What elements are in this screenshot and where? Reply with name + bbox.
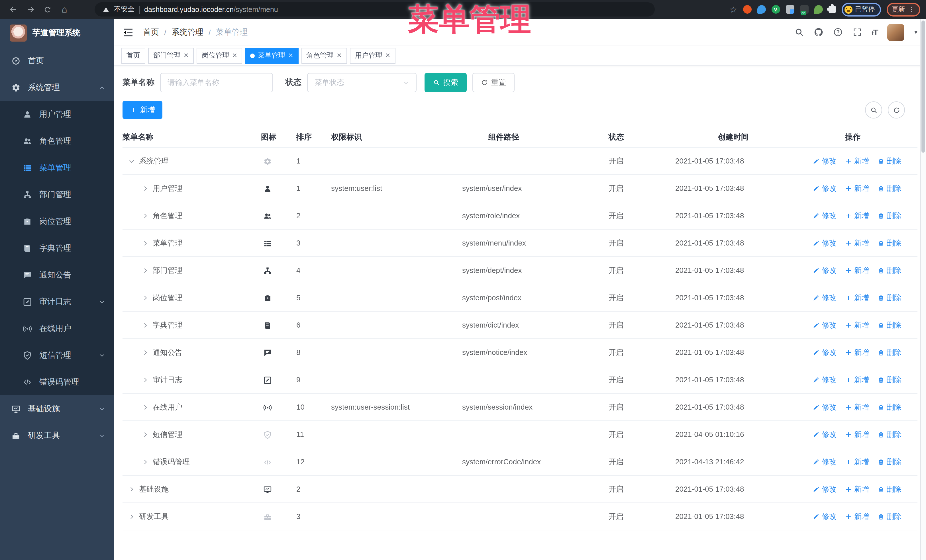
extension-icon[interactable]: V [771,5,780,14]
op-plus-link[interactable]: 新增 [845,156,869,166]
op-pen-link[interactable]: 修改 [813,457,837,467]
sidebar-item-badge[interactable]: 岗位管理 [0,208,114,235]
op-trash-link[interactable]: 删除 [878,183,902,193]
tree-caret-icon[interactable] [142,458,149,465]
breadcrumb-system[interactable]: 系统管理 [171,27,203,37]
tab-部门管理[interactable]: 部门管理✕ [148,48,194,63]
sidebar-item-book[interactable]: 字典管理 [0,235,114,261]
tab-角色管理[interactable]: 角色管理✕ [301,48,347,63]
tab-岗位管理[interactable]: 岗位管理✕ [197,48,242,63]
op-pen-link[interactable]: 修改 [813,183,837,193]
op-trash-link[interactable]: 删除 [878,210,902,221]
fullscreen-icon[interactable] [852,27,862,37]
kebab-menu-icon[interactable] [908,6,915,13]
op-trash-link[interactable]: 删除 [878,511,902,522]
op-pen-link[interactable]: 修改 [813,429,837,439]
sidebar-item-edit[interactable]: 审计日志 [0,288,114,315]
url-text[interactable]: dashboard.yudao.iocoder.cn/system/menu [144,5,278,14]
breadcrumb-home[interactable]: 首页 [143,27,159,37]
menu-name-input[interactable]: 请输入菜单名称 [160,73,273,92]
tree-caret-icon[interactable] [142,376,149,383]
extension-icon[interactable] [814,5,823,14]
add-button[interactable]: 新增 [123,101,162,119]
close-icon[interactable]: ✕ [288,52,293,59]
op-pen-link[interactable]: 修改 [813,374,837,385]
op-pen-link[interactable]: 修改 [813,210,837,221]
tree-caret-icon[interactable] [142,294,149,301]
refresh-table-button[interactable] [888,101,905,118]
extension-icon[interactable] [785,5,794,14]
close-icon[interactable]: ✕ [232,52,237,59]
tree-caret-icon[interactable] [142,267,149,274]
extension-icon[interactable] [757,5,766,14]
op-plus-link[interactable]: 新增 [845,347,869,358]
op-plus-link[interactable]: 新增 [845,484,869,494]
op-pen-link[interactable]: 修改 [813,293,837,303]
op-pen-link[interactable]: 修改 [813,265,837,275]
sidebar-item-tree[interactable]: 部门管理 [0,181,114,208]
op-trash-link[interactable]: 删除 [878,320,902,330]
tree-caret-icon[interactable] [142,349,149,356]
tree-caret-icon[interactable] [128,513,135,520]
op-pen-link[interactable]: 修改 [813,484,837,494]
tree-caret-icon[interactable] [142,185,149,192]
bookmark-star-icon[interactable]: ☆ [729,5,737,14]
sidebar-item-message[interactable]: 通知公告 [0,261,114,288]
op-trash-link[interactable]: 删除 [878,484,902,494]
op-plus-link[interactable]: 新增 [845,265,869,275]
tree-caret-icon[interactable] [142,431,149,438]
op-trash-link[interactable]: 删除 [878,457,902,467]
op-plus-link[interactable]: 新增 [845,293,869,303]
op-plus-link[interactable]: 新增 [845,183,869,193]
op-trash-link[interactable]: 删除 [878,429,902,439]
op-plus-link[interactable]: 新增 [845,429,869,439]
op-plus-link[interactable]: 新增 [845,374,869,385]
address-bar[interactable]: 不安全 dashboard.yudao.iocoder.cn/system/me… [95,2,655,17]
github-icon[interactable] [814,27,823,37]
op-plus-link[interactable]: 新增 [845,210,869,221]
sidebar-item-monitor[interactable]: 基础设施 [0,395,114,422]
user-avatar[interactable] [888,24,905,41]
close-icon[interactable]: ✕ [183,52,189,59]
browser-home-button[interactable]: ⌂ [57,2,72,17]
op-plus-link[interactable]: 新增 [845,238,869,248]
tree-caret-icon[interactable] [128,157,135,165]
reset-button[interactable]: 重置 [472,73,514,92]
op-plus-link[interactable]: 新增 [845,457,869,467]
op-plus-link[interactable]: 新增 [845,402,869,412]
status-select[interactable]: 菜单状态 [307,73,416,92]
app-logo-row[interactable]: 芋道管理系统 [0,19,114,47]
extensions-puzzle-icon[interactable] [828,6,836,13]
sidebar-item-users[interactable]: 角色管理 [0,128,114,154]
browser-profile-chip[interactable]: 已暂停 [841,3,881,16]
tree-caret-icon[interactable] [142,240,149,246]
op-trash-link[interactable]: 删除 [878,402,902,412]
security-label[interactable]: 不安全 [114,5,135,14]
scrollbar-thumb[interactable] [921,21,925,152]
op-trash-link[interactable]: 删除 [878,156,902,166]
sidebar-item-gear[interactable]: 系统管理 [0,74,114,101]
op-pen-link[interactable]: 修改 [813,238,837,248]
extension-icon[interactable] [743,5,751,14]
sidebar-item-user[interactable]: 用户管理 [0,101,114,128]
browser-back-button[interactable] [6,2,21,17]
op-plus-link[interactable]: 新增 [845,320,869,330]
op-pen-link[interactable]: 修改 [813,320,837,330]
browser-reload-button[interactable] [40,2,55,17]
sidebar-item-shield[interactable]: 短信管理 [0,342,114,368]
browser-update-button[interactable]: 更新 [887,3,920,16]
hamburger-icon[interactable] [123,27,134,38]
op-trash-link[interactable]: 删除 [878,238,902,248]
tree-caret-icon[interactable] [142,322,149,328]
op-pen-link[interactable]: 修改 [813,347,837,358]
search-button[interactable]: 搜索 [425,73,467,92]
sidebar-item-menu[interactable]: 菜单管理 [0,154,114,181]
op-pen-link[interactable]: 修改 [813,511,837,522]
help-icon[interactable] [833,27,843,37]
chevron-down-icon[interactable]: ▾ [914,29,917,36]
page-scrollbar[interactable] [920,19,926,560]
op-plus-link[interactable]: 新增 [845,511,869,522]
search-icon[interactable] [794,27,804,37]
op-trash-link[interactable]: 删除 [878,347,902,358]
op-trash-link[interactable]: 删除 [878,374,902,385]
